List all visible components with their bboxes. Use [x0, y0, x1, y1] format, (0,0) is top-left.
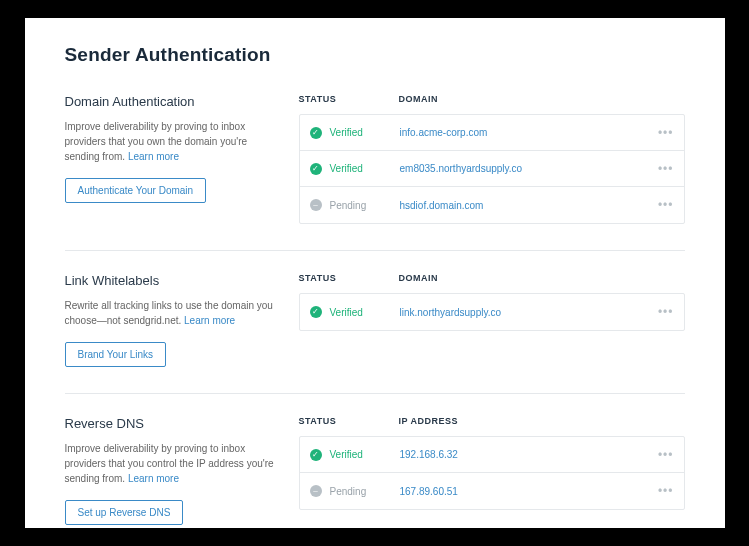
section-link-whitelabels-table: STATUS DOMAIN ✓ Verified link.northyards… [299, 273, 685, 367]
domain-link[interactable]: em8035.northyardsupply.co [400, 163, 652, 174]
row-actions-icon[interactable]: ••• [652, 448, 674, 462]
ip-link[interactable]: 167.89.60.51 [400, 486, 652, 497]
minus-icon: – [310, 485, 322, 497]
authenticate-domain-button[interactable]: Authenticate Your Domain [65, 178, 207, 203]
table-row[interactable]: ✓ Verified 192.168.6.32 ••• [300, 437, 684, 473]
section-reverse-dns-sidebar: Reverse DNS Improve deliverability by pr… [65, 416, 275, 525]
domain-link[interactable]: info.acme-corp.com [400, 127, 652, 138]
col-status-header: STATUS [299, 273, 399, 283]
col-status-header: STATUS [299, 94, 399, 104]
table-header: STATUS DOMAIN [299, 94, 685, 114]
table-row[interactable]: ✓ Verified link.northyardsupply.co ••• [300, 294, 684, 330]
status-text: Verified [330, 449, 363, 460]
section-link-whitelabels-desc: Rewrite all tracking links to use the do… [65, 298, 275, 328]
row-actions-icon[interactable]: ••• [652, 162, 674, 176]
learn-more-link[interactable]: Learn more [128, 151, 179, 162]
table-header: STATUS DOMAIN [299, 273, 685, 293]
row-actions-icon[interactable]: ••• [652, 484, 674, 498]
col-actions-header [655, 94, 685, 104]
page-title: Sender Authentication [65, 44, 685, 66]
domain-link[interactable]: hsdiof.domain.com [400, 200, 652, 211]
section-reverse-dns-title: Reverse DNS [65, 416, 275, 431]
status-text: Verified [330, 127, 363, 138]
table-body: ✓ Verified 192.168.6.32 ••• – Pending 16… [299, 436, 685, 510]
status-cell: ✓ Verified [310, 449, 400, 461]
minus-icon: – [310, 199, 322, 211]
setup-reverse-dns-button[interactable]: Set up Reverse DNS [65, 500, 184, 525]
section-domain-auth-title: Domain Authentication [65, 94, 275, 109]
status-text: Verified [330, 307, 363, 318]
check-icon: ✓ [310, 163, 322, 175]
col-status-header: STATUS [299, 416, 399, 426]
section-reverse-dns: Reverse DNS Improve deliverability by pr… [65, 416, 685, 525]
status-text: Verified [330, 163, 363, 174]
domain-link[interactable]: link.northyardsupply.co [400, 307, 652, 318]
status-cell: ✓ Verified [310, 127, 400, 139]
status-text: Pending [330, 486, 367, 497]
ip-link[interactable]: 192.168.6.32 [400, 449, 652, 460]
learn-more-link[interactable]: Learn more [184, 315, 235, 326]
table-row[interactable]: ✓ Verified info.acme-corp.com ••• [300, 115, 684, 151]
section-link-whitelabels-title: Link Whitelabels [65, 273, 275, 288]
col-actions-header [655, 416, 685, 426]
status-cell: ✓ Verified [310, 163, 400, 175]
table-body: ✓ Verified link.northyardsupply.co ••• [299, 293, 685, 331]
table-row[interactable]: – Pending 167.89.60.51 ••• [300, 473, 684, 509]
row-actions-icon[interactable]: ••• [652, 198, 674, 212]
table-header: STATUS IP ADDRESS [299, 416, 685, 436]
status-cell: ✓ Verified [310, 306, 400, 318]
section-link-whitelabels-sidebar: Link Whitelabels Rewrite all tracking li… [65, 273, 275, 367]
table-body: ✓ Verified info.acme-corp.com ••• ✓ Veri… [299, 114, 685, 224]
section-reverse-dns-desc: Improve deliverability by proving to inb… [65, 441, 275, 486]
row-actions-icon[interactable]: ••• [652, 126, 674, 140]
section-reverse-dns-table: STATUS IP ADDRESS ✓ Verified 192.168.6.3… [299, 416, 685, 525]
section-domain-auth: Domain Authentication Improve deliverabi… [65, 94, 685, 251]
section-domain-auth-desc: Improve deliverability by proving to inb… [65, 119, 275, 164]
page-card: Sender Authentication Domain Authenticat… [25, 18, 725, 528]
col-ip-header: IP ADDRESS [399, 416, 655, 426]
status-text: Pending [330, 200, 367, 211]
check-icon: ✓ [310, 127, 322, 139]
status-cell: – Pending [310, 485, 400, 497]
section-domain-auth-table: STATUS DOMAIN ✓ Verified info.acme-corp.… [299, 94, 685, 224]
brand-links-button[interactable]: Brand Your Links [65, 342, 167, 367]
col-domain-header: DOMAIN [399, 94, 655, 104]
table-row[interactable]: ✓ Verified em8035.northyardsupply.co ••• [300, 151, 684, 187]
col-domain-header: DOMAIN [399, 273, 655, 283]
table-row[interactable]: – Pending hsdiof.domain.com ••• [300, 187, 684, 223]
col-actions-header [655, 273, 685, 283]
learn-more-link[interactable]: Learn more [128, 473, 179, 484]
section-domain-auth-sidebar: Domain Authentication Improve deliverabi… [65, 94, 275, 224]
section-link-whitelabels-desc-text: Rewrite all tracking links to use the do… [65, 300, 273, 326]
check-icon: ✓ [310, 449, 322, 461]
row-actions-icon[interactable]: ••• [652, 305, 674, 319]
section-link-whitelabels: Link Whitelabels Rewrite all tracking li… [65, 273, 685, 394]
status-cell: – Pending [310, 199, 400, 211]
check-icon: ✓ [310, 306, 322, 318]
